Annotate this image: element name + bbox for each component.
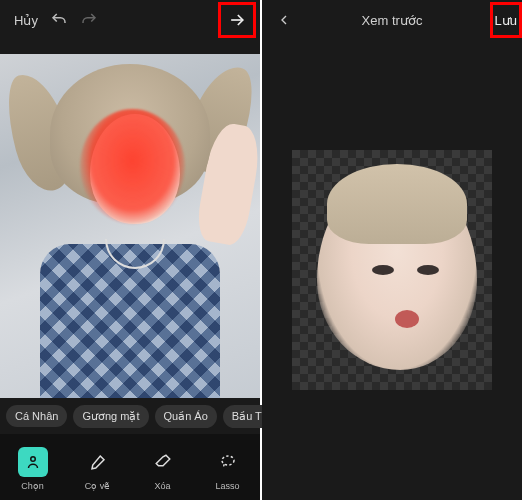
category-row: Cá Nhân Gương mặt Quần Áo Bầu Trời: [0, 398, 260, 434]
tool-lasso[interactable]: Lasso: [203, 447, 253, 491]
arrow-right-icon: [227, 10, 247, 30]
tool-row: Chọn Cọ vẽ Xóa Lasso: [0, 434, 260, 500]
person-select-icon: [24, 453, 42, 471]
next-button[interactable]: [218, 2, 256, 38]
preview-topbar: Xem trước Lưu: [262, 0, 522, 40]
tool-label: Xóa: [154, 481, 170, 491]
app-root: Hủy Cá Nhâ: [0, 0, 522, 500]
preview-panel: Xem trước Lưu: [262, 0, 522, 500]
editor-panel: Hủy Cá Nhâ: [0, 0, 260, 500]
category-personal[interactable]: Cá Nhân: [6, 405, 67, 427]
face-cutout: [317, 170, 477, 370]
redo-button[interactable]: [74, 7, 104, 33]
brush-icon: [89, 453, 107, 471]
preview-canvas[interactable]: [262, 40, 522, 500]
svg-point-0: [30, 457, 35, 462]
back-button[interactable]: [270, 8, 298, 32]
undo-icon: [50, 11, 68, 29]
tool-brush[interactable]: Cọ vẽ: [73, 447, 123, 491]
undo-button[interactable]: [44, 7, 74, 33]
eraser-icon: [154, 453, 172, 471]
tool-label: Chọn: [21, 481, 44, 491]
source-photo: [0, 54, 260, 398]
redo-icon: [80, 11, 98, 29]
cancel-button[interactable]: Hủy: [8, 9, 44, 32]
transparency-background: [292, 150, 492, 390]
save-button[interactable]: Lưu: [490, 2, 522, 38]
tool-erase[interactable]: Xóa: [138, 447, 188, 491]
editor-topbar: Hủy: [0, 0, 260, 40]
tool-select[interactable]: Chọn: [8, 447, 58, 491]
selection-mask: [80, 109, 185, 224]
category-clothes[interactable]: Quần Áo: [155, 405, 217, 428]
editor-canvas[interactable]: [0, 40, 260, 398]
tool-label: Lasso: [215, 481, 239, 491]
lasso-icon: [219, 453, 237, 471]
tool-label: Cọ vẽ: [85, 481, 111, 491]
chevron-left-icon: [276, 12, 292, 28]
svg-point-1: [222, 456, 234, 465]
preview-title: Xem trước: [362, 13, 423, 28]
save-label: Lưu: [495, 13, 517, 28]
category-face[interactable]: Gương mặt: [73, 405, 148, 428]
